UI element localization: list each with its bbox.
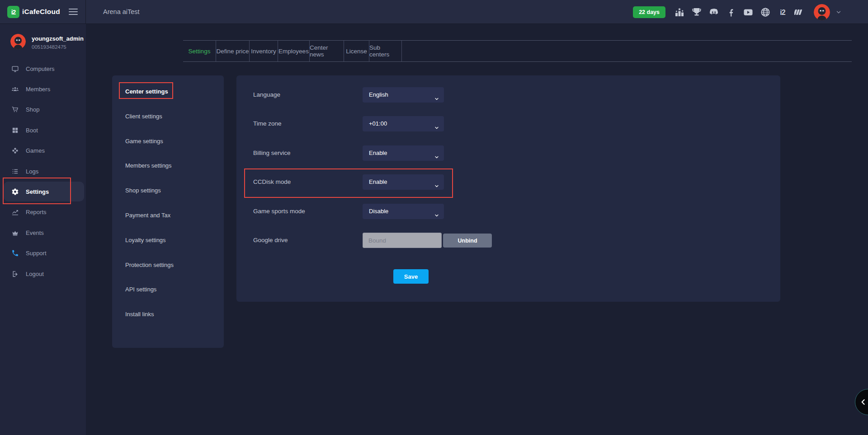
discord-icon[interactable] xyxy=(708,6,720,18)
center-settings-form: Save LanguageEnglishTime zone+01:00Billi… xyxy=(236,75,780,302)
facebook-icon[interactable] xyxy=(725,6,737,18)
field-label: Language xyxy=(253,87,280,103)
page-title: Arena aiTest xyxy=(103,8,140,15)
tab-define-price[interactable]: Define price xyxy=(216,41,250,61)
icafe-logo-icon[interactable]: i2 xyxy=(777,6,788,18)
settings-menu-loyalty-settings[interactable]: Loyalty settings xyxy=(112,233,224,248)
select-value: Enable xyxy=(369,178,387,185)
form-row-time-zone: Time zone+01:00 xyxy=(236,116,780,131)
tab-settings[interactable]: Settings xyxy=(183,41,216,61)
sidebar-item-label: Reports xyxy=(26,209,47,215)
sidebar-item-events[interactable]: Events xyxy=(4,223,84,243)
chevron-down-icon xyxy=(434,179,439,185)
icafecloud-logo-icon: i2 xyxy=(7,6,19,18)
games-icon xyxy=(11,147,19,154)
field-label: Game sports mode xyxy=(253,204,305,219)
logout-icon xyxy=(11,270,19,278)
gear-icon xyxy=(11,188,19,196)
sidebar-item-logs[interactable]: Logs xyxy=(4,161,84,181)
sidebar-item-label: Boot xyxy=(26,127,38,134)
settings-menu-center-settings[interactable]: Center settings xyxy=(112,84,224,99)
topbar-right: 22 days i2 xyxy=(633,0,842,24)
field-label: Google drive xyxy=(253,233,288,248)
select-value: Disable xyxy=(369,208,388,215)
form-row-language: LanguageEnglish xyxy=(236,87,780,103)
sidebar-item-support[interactable]: Support xyxy=(4,243,84,263)
sidebar-item-boot[interactable]: Boot xyxy=(4,120,84,140)
settings-menu-install-links[interactable]: Install links xyxy=(112,307,224,322)
sidebar-item-members[interactable]: Members xyxy=(4,79,84,99)
save-button[interactable]: Save xyxy=(393,269,429,284)
ccdisk-mode-select[interactable]: Enable xyxy=(363,174,444,190)
globe-icon[interactable] xyxy=(760,6,771,18)
sidebar-item-reports[interactable]: Reports xyxy=(4,202,84,222)
cart-icon xyxy=(11,106,19,113)
unbind-button[interactable]: Unbind xyxy=(443,234,492,248)
sidebar-item-games[interactable]: Games xyxy=(4,141,84,161)
language-select[interactable]: English xyxy=(363,87,444,103)
time-zone-select[interactable]: +01:00 xyxy=(363,116,444,131)
google-drive-input[interactable] xyxy=(363,233,442,248)
sidebar-item-computers[interactable]: Computers xyxy=(4,59,84,79)
settings-menu-payment-and-tax[interactable]: Payment and Tax xyxy=(112,208,224,223)
settings-menu-shop-settings[interactable]: Shop settings xyxy=(112,183,224,198)
settings-menu-game-settings[interactable]: Game settings xyxy=(112,134,224,149)
phone-icon xyxy=(11,249,19,257)
sidebar-item-shop[interactable]: Shop xyxy=(4,100,84,120)
tab-sub-centers[interactable]: Sub centers xyxy=(369,41,402,61)
sidebar-item-logout[interactable]: Logout xyxy=(4,264,84,284)
chevron-down-icon xyxy=(434,92,439,98)
billing-service-select[interactable]: Enable xyxy=(363,145,444,161)
form-row-billing-service: Billing serviceEnable xyxy=(236,145,780,161)
settings-menu-client-settings[interactable]: Client settings xyxy=(112,109,224,124)
sidebar-item-label: Events xyxy=(26,229,44,236)
field-label: CCDisk mode xyxy=(253,174,291,190)
trophy-icon[interactable] xyxy=(691,6,703,18)
topbar: i2 iCafeCloud Arena aiTest 22 days i2 xyxy=(0,0,868,24)
sidebar: youngzsoft_admin 005193482475 ComputersM… xyxy=(0,24,86,435)
hamburger-menu-icon[interactable] xyxy=(69,9,78,16)
tab-center-news[interactable]: Center news xyxy=(310,41,344,61)
windows-icon xyxy=(11,126,19,134)
monitor-icon xyxy=(11,65,19,73)
avatar[interactable] xyxy=(814,4,830,20)
youtube-icon[interactable] xyxy=(742,6,754,18)
svg-text:i2: i2 xyxy=(780,8,785,16)
chevron-down-icon xyxy=(434,150,439,156)
list-icon xyxy=(11,168,19,175)
tab-employees[interactable]: Employees xyxy=(278,41,310,61)
user-id: 005193482475 xyxy=(32,44,66,50)
form-row-google-drive: Google driveUnbind xyxy=(236,233,780,248)
tab-inventory[interactable]: Inventory xyxy=(250,41,278,61)
settings-menu-api-settings[interactable]: API settings xyxy=(112,282,224,297)
sidebar-item-settings[interactable]: Settings xyxy=(4,182,84,201)
tab-license[interactable]: License xyxy=(344,41,369,61)
select-value: Enable xyxy=(369,150,387,156)
sidebar-item-label: Support xyxy=(26,250,47,257)
members-icon xyxy=(11,85,19,93)
chart-icon xyxy=(11,208,19,216)
settings-menu-members-settings[interactable]: Members settings xyxy=(112,159,224,173)
logo-area: i2 iCafeCloud xyxy=(0,0,86,24)
tab-bar: SettingsDefine priceInventoryEmployeesCe… xyxy=(183,40,852,62)
game-sports-mode-select[interactable]: Disable xyxy=(363,204,444,219)
sidebar-item-label: Logout xyxy=(26,271,44,277)
chevron-down-icon xyxy=(434,121,439,126)
panel-collapse-toggle[interactable] xyxy=(855,389,868,415)
form-row-ccdisk-mode: CCDisk modeEnable xyxy=(236,174,780,190)
layers-icon[interactable] xyxy=(794,6,806,18)
crown-icon xyxy=(11,229,19,237)
sidebar-item-label: Settings xyxy=(26,188,49,195)
settings-menu-protection-settings[interactable]: Protection settings xyxy=(112,258,224,272)
sidebar-item-label: Members xyxy=(26,86,50,93)
license-days-badge[interactable]: 22 days xyxy=(633,6,665,18)
ranking-icon[interactable] xyxy=(674,6,685,18)
chevron-down-icon[interactable] xyxy=(835,9,842,15)
field-label: Time zone xyxy=(253,116,282,131)
sidebar-item-label: Games xyxy=(26,147,45,154)
form-row-game-sports-mode: Game sports modeDisable xyxy=(236,204,780,219)
select-value: English xyxy=(369,91,388,98)
chevron-down-icon xyxy=(434,209,439,214)
user-avatar[interactable] xyxy=(10,34,26,49)
select-value: +01:00 xyxy=(369,120,387,127)
